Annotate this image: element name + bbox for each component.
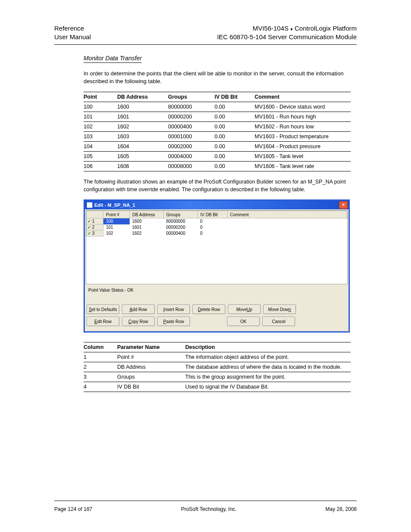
table-row: 1011601000002000.00MV1601 - Run hours hi… [84, 112, 351, 122]
insert-row-button[interactable]: Insert Row [157, 305, 190, 314]
header-right-subtitle: IEC 60870-5-104 Server Communication Mod… [217, 33, 357, 41]
grid-row[interactable]: ✓ 31021602000004000 [87, 230, 347, 236]
table-row: 1031603000010000.00MV1603 - Product temp… [84, 132, 351, 142]
check-icon: ✓ [87, 231, 91, 236]
header-right-platform: ControlLogix Platform [295, 25, 357, 32]
footer-page: Page 124 of 187 [54, 506, 92, 512]
grid-column-header[interactable]: Groups [164, 211, 198, 218]
copy-row-button[interactable]: Copy Row [122, 317, 155, 326]
table-header: Comment [255, 92, 351, 102]
page-header: Reference User Manual MVI56-104S ♦ Contr… [54, 24, 357, 42]
table-row: 1051605000040000.00MV1605 - Tank level [84, 152, 351, 162]
set-to-defaults-button[interactable]: Set to Defaults [87, 305, 119, 314]
grid-column-header[interactable]: IV DB Bit [198, 211, 227, 218]
table-header: Groups [168, 92, 215, 102]
grid-row[interactable]: ✓ 11001600800000000 [87, 218, 347, 224]
header-right-product: MVI56-104S [252, 25, 288, 32]
table-row: 3GroupsThis is the group assignment for … [84, 372, 351, 382]
table-header: DB Address [117, 92, 168, 102]
table-row: 1001600800000000.00MV1600 - Device statu… [84, 102, 351, 112]
table-row: 1041604000020000.00MV1604 - Product pres… [84, 142, 351, 152]
section-title: Monitor Data Transfer [84, 55, 142, 63]
footer-company: ProSoft Technology, Inc. [92, 506, 325, 512]
dialog-title: Edit - M_SP_NA_1 [94, 202, 135, 208]
header-left-2: User Manual [54, 33, 91, 41]
table-header: Column [84, 342, 117, 352]
add-row-button[interactable]: Add Row [122, 305, 155, 314]
grid-column-header[interactable]: DB Address [130, 211, 164, 218]
edit-row-button[interactable]: Edit Row [87, 317, 119, 326]
app-icon [87, 202, 93, 208]
grid-row[interactable]: ✓ 21011601000002000 [87, 224, 347, 230]
paste-row-button[interactable]: Paste Row [157, 317, 190, 326]
intro-paragraph: In order to determine the points that th… [84, 70, 357, 86]
screenshot-caption: The following illustration shows an exam… [84, 178, 357, 193]
table-header: IV DB Bit [215, 92, 255, 102]
footer-rule [54, 501, 357, 501]
move-down-button[interactable]: Move Down [263, 305, 296, 314]
table-header: Description [185, 342, 351, 352]
header-left-1: Reference [54, 24, 91, 33]
grid-column-header[interactable]: Comment [227, 211, 347, 218]
ok-button[interactable]: OK [227, 317, 260, 326]
dialog-titlebar[interactable]: Edit - M_SP_NA_1 × [85, 201, 349, 209]
check-icon: ✓ [87, 219, 91, 224]
table-row: 1021602000004000.00MV1602 - Run hours lo… [84, 122, 351, 132]
move-up-button[interactable]: Move Up [228, 305, 261, 314]
table-row: 1Point #The information object address o… [84, 352, 351, 362]
table-row: 1061606000080000.00MV1606 - Tank level r… [84, 162, 351, 171]
page-footer: Page 124 of 187 ProSoft Technology, Inc.… [54, 506, 357, 512]
header-rule [54, 44, 357, 45]
grid-column-header[interactable]: Point # [103, 211, 130, 218]
column-description-table: ColumnParameter NameDescription 1Point #… [84, 342, 351, 392]
table-row: 4IV DB BitUsed to signal the IV Database… [84, 382, 351, 392]
footer-date: May 28, 2008 [325, 506, 357, 512]
table-header: Parameter Name [117, 342, 185, 352]
status-text: Point Value Status - OK [85, 285, 349, 305]
grid-column-header[interactable] [87, 211, 103, 218]
monitor-points-table: PointDB AddressGroupsIV DB BitComment 10… [84, 92, 351, 171]
check-icon: ✓ [87, 225, 91, 230]
cancel-button[interactable]: Cancel [262, 317, 295, 326]
delete-row-button[interactable]: Delete Row [193, 305, 225, 314]
close-icon[interactable]: × [339, 201, 348, 209]
diamond-icon: ♦ [290, 26, 293, 31]
data-grid[interactable]: Point #DB AddressGroupsIV DB BitComment … [86, 210, 348, 284]
table-header: Point [84, 92, 117, 102]
table-row: 2DB AddressThe database address of where… [84, 362, 351, 372]
edit-dialog: Edit - M_SP_NA_1 × Point #DB AddressGrou… [84, 199, 350, 333]
